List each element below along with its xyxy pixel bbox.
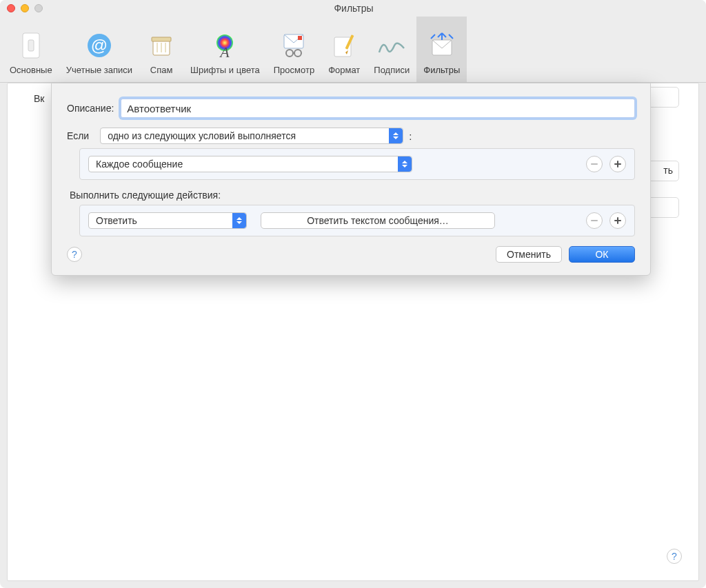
condition-row: Каждое сообщение bbox=[79, 148, 635, 180]
svg-point-13 bbox=[286, 50, 293, 57]
close-window-button[interactable] bbox=[7, 4, 15, 12]
toolbar-item-label: Основные bbox=[10, 65, 52, 75]
general-icon bbox=[16, 30, 46, 61]
if-label: Если bbox=[67, 130, 89, 141]
toolbar-junk[interactable]: Спам bbox=[139, 17, 183, 82]
svg-rect-12 bbox=[298, 36, 302, 40]
minimize-window-button[interactable] bbox=[21, 4, 29, 12]
titlebar: Фильтры bbox=[0, 0, 706, 17]
zoom-window-button bbox=[34, 4, 43, 12]
rules-icon bbox=[427, 30, 457, 61]
toolbar-item-label: Формат bbox=[328, 65, 360, 75]
action-type-value: Ответить bbox=[96, 215, 137, 226]
svg-rect-1 bbox=[28, 40, 34, 51]
help-button[interactable]: ? bbox=[667, 549, 682, 564]
ok-button[interactable]: ОК bbox=[569, 246, 635, 263]
condition-popup[interactable]: Каждое сообщение bbox=[88, 156, 412, 172]
window-controls bbox=[7, 4, 43, 12]
toolbar-composing[interactable]: Формат bbox=[321, 17, 367, 82]
description-label: Описание: bbox=[67, 103, 114, 114]
toolbar-accounts[interactable]: @ Учетные записи bbox=[59, 17, 139, 82]
popup-arrows-icon bbox=[232, 213, 246, 228]
preferences-toolbar: Основные @ Учетные записи Спам A Шрифты … bbox=[0, 17, 706, 83]
sheet-help-button[interactable]: ? bbox=[67, 247, 82, 262]
svg-rect-5 bbox=[152, 37, 171, 41]
accounts-icon: @ bbox=[84, 30, 114, 61]
toolbar-item-label: Просмотр bbox=[274, 65, 314, 75]
condition-value: Каждое сообщение bbox=[96, 159, 183, 170]
toolbar-item-label: Учетные записи bbox=[66, 65, 132, 75]
toolbar-item-label: Фильтры bbox=[423, 65, 460, 75]
add-action-button[interactable] bbox=[609, 212, 626, 229]
toolbar-signatures[interactable]: Подписи bbox=[367, 17, 416, 82]
cancel-button[interactable]: Отменить bbox=[496, 246, 562, 263]
action-row: Ответить Ответить текстом сообщения… bbox=[79, 205, 635, 236]
viewing-icon bbox=[279, 30, 309, 61]
preferences-window: Фильтры Основные @ Учетные записи Спам A… bbox=[0, 0, 706, 588]
action-type-popup[interactable]: Ответить bbox=[88, 212, 247, 229]
colon: : bbox=[409, 130, 412, 142]
toolbar-general[interactable]: Основные bbox=[3, 17, 59, 82]
fonts-colors-icon: A bbox=[210, 30, 240, 61]
remove-action-button[interactable] bbox=[586, 212, 603, 229]
description-input[interactable] bbox=[121, 99, 635, 118]
svg-text:A: A bbox=[219, 43, 230, 59]
rules-col-active: Вк bbox=[34, 93, 44, 104]
reply-text-button[interactable]: Ответить текстом сообщения… bbox=[261, 212, 495, 229]
svg-point-14 bbox=[294, 50, 301, 57]
spam-icon bbox=[146, 30, 176, 61]
add-condition-button[interactable] bbox=[609, 156, 626, 172]
svg-text:@: @ bbox=[91, 36, 108, 54]
toolbar-viewing[interactable]: Просмотр bbox=[267, 17, 321, 82]
composing-icon bbox=[329, 30, 359, 61]
popup-arrows-icon bbox=[389, 128, 403, 143]
edit-rule-sheet: Описание: Если одно из следующих условий… bbox=[51, 83, 651, 276]
remove-condition-button[interactable] bbox=[586, 156, 603, 172]
if-condition-value: одно из следующих условий выполняется bbox=[108, 130, 296, 141]
toolbar-rules[interactable]: Фильтры bbox=[416, 17, 467, 82]
popup-arrows-icon bbox=[398, 156, 412, 172]
window-title: Фильтры bbox=[43, 3, 665, 14]
if-condition-popup[interactable]: одно из следующих условий выполняется bbox=[100, 128, 403, 144]
toolbar-item-label: Подписи bbox=[374, 65, 410, 75]
toolbar-item-label: Шрифты и цвета bbox=[190, 65, 260, 75]
signatures-icon bbox=[376, 30, 407, 61]
toolbar-fonts-colors[interactable]: A Шрифты и цвета bbox=[183, 17, 267, 82]
toolbar-item-label: Спам bbox=[150, 65, 173, 75]
actions-section-label: Выполнить следующие действия: bbox=[70, 190, 635, 201]
